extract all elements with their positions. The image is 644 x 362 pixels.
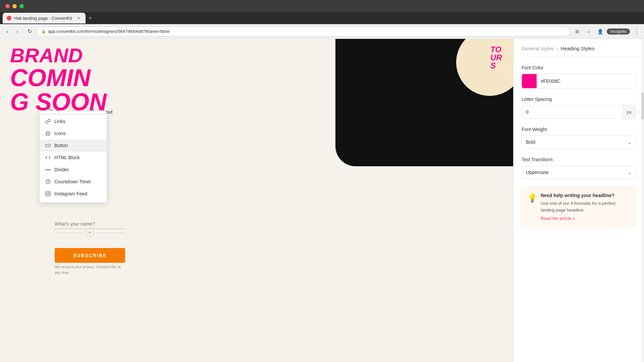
coming-soon-heading: BRAND COMIN G SOON bbox=[10, 46, 107, 114]
html-icon bbox=[45, 155, 51, 161]
help-desc: Use one of our 4 formulas for a perfect … bbox=[541, 200, 630, 213]
links-icon bbox=[45, 118, 51, 124]
font-weight-select[interactable]: Bold ⌄ bbox=[522, 135, 636, 149]
text-transform-chevron-icon: ⌄ bbox=[628, 170, 632, 175]
font-weight-label: Font Weight bbox=[522, 127, 636, 132]
icons-icon bbox=[45, 130, 51, 136]
incognito-badge[interactable]: Incognito bbox=[607, 28, 630, 35]
privacy-text: We respect your privacy. Unsubscribe at … bbox=[55, 264, 125, 275]
hero-image: TOURS bbox=[335, 39, 513, 166]
font-weight-chevron-icon: ⌄ bbox=[628, 139, 632, 145]
countdown-label: Countdown Timer bbox=[54, 179, 91, 184]
forward-btn[interactable]: › bbox=[13, 27, 22, 36]
dropdown-item-html[interactable]: HTML Block bbox=[40, 152, 107, 164]
add-field-btn[interactable]: + bbox=[86, 228, 94, 237]
menu-btn[interactable]: ⋮ bbox=[632, 27, 641, 36]
countdown-icon bbox=[45, 179, 51, 185]
svg-point-5 bbox=[47, 193, 49, 194]
url-text: app.convertkit.com/forms/designers/56474… bbox=[48, 29, 169, 34]
nav-bar: ‹ › ↻ 🔒 app.convertkit.com/forms/designe… bbox=[0, 24, 644, 39]
scrollbar-thumb[interactable] bbox=[642, 93, 644, 119]
instagram-label: Instagram Feed bbox=[54, 191, 87, 196]
brand-label: BRAND bbox=[10, 46, 107, 66]
instagram-icon bbox=[45, 191, 51, 197]
help-card: 💡 Need help writing your headline? Use o… bbox=[522, 187, 636, 227]
right-panel: General styles › Heading Styles Font Col… bbox=[513, 39, 644, 362]
dropdown-item-countdown[interactable]: Countdown Timer bbox=[40, 176, 107, 188]
help-title: Need help writing your headline? bbox=[541, 193, 630, 198]
breadcrumb-chevron-icon: › bbox=[556, 46, 558, 51]
dropdown-scroll-top bbox=[40, 114, 107, 115]
font-color-row[interactable]: #FE008C bbox=[522, 74, 636, 88]
tab-bar: Hall landing page - ConvertKit ✕ + bbox=[0, 12, 644, 24]
letter-spacing-input[interactable] bbox=[522, 106, 623, 118]
font-weight-value: Bold bbox=[526, 139, 535, 145]
letter-spacing-unit: px bbox=[623, 106, 636, 118]
color-value-text: #FE008C bbox=[537, 78, 636, 84]
window-controls[interactable] bbox=[5, 4, 24, 8]
dropdown-item-divider[interactable]: Divider bbox=[40, 164, 107, 176]
svg-point-6 bbox=[49, 192, 49, 193]
new-tab-btn[interactable]: + bbox=[86, 13, 95, 23]
font-color-label: Font Color bbox=[522, 65, 636, 70]
dropdown-item-button[interactable]: Button bbox=[40, 139, 107, 152]
tab-close-btn[interactable]: ✕ bbox=[76, 15, 82, 21]
letter-spacing-row: px bbox=[522, 105, 636, 119]
panel-body: Font Color #FE008C Letter Spacing px Fon… bbox=[514, 57, 644, 362]
name-input[interactable] bbox=[55, 219, 125, 229]
text-transform-label: Text Transform bbox=[522, 157, 636, 162]
divider-left bbox=[55, 233, 83, 233]
cast-icon[interactable]: ⊞ bbox=[573, 27, 582, 36]
help-link[interactable]: Read the article » bbox=[541, 216, 630, 221]
nav-actions: ⊞ ☆ 👤 Incognito ⋮ bbox=[573, 27, 641, 36]
font-color-section: Font Color #FE008C bbox=[522, 65, 636, 88]
lock-icon: 🔒 bbox=[41, 29, 46, 34]
landing-area: BRAND COMIN G SOON TOURS ✕ Sign up to be… bbox=[0, 39, 513, 362]
dropdown-item-links[interactable]: Links bbox=[40, 115, 107, 127]
nav-arrows: ‹ › bbox=[3, 27, 22, 36]
back-btn[interactable]: ‹ bbox=[3, 27, 12, 36]
reload-btn[interactable]: ↻ bbox=[25, 27, 34, 36]
minimize-window-btn[interactable] bbox=[12, 4, 17, 8]
tab-title: Hall landing page - ConvertKit bbox=[14, 16, 72, 21]
links-label: Links bbox=[54, 119, 65, 124]
active-tab[interactable]: Hall landing page - ConvertKit ✕ bbox=[3, 13, 86, 23]
letter-spacing-label: Letter Spacing bbox=[522, 97, 636, 102]
maximize-window-btn[interactable] bbox=[19, 4, 24, 8]
add-field-row: + bbox=[55, 228, 125, 237]
letter-spacing-section: Letter Spacing px bbox=[522, 97, 636, 119]
close-window-btn[interactable] bbox=[5, 4, 10, 8]
font-weight-section: Font Weight Bold ⌄ bbox=[522, 127, 636, 149]
dropdown-item-icons[interactable]: Icons bbox=[40, 127, 107, 139]
form-field-section bbox=[55, 213, 125, 229]
lightbulb-icon: 💡 bbox=[527, 193, 537, 203]
svg-rect-4 bbox=[46, 191, 50, 196]
scrollbar-track bbox=[641, 39, 644, 362]
icons-label: Icons bbox=[54, 131, 65, 136]
svg-marker-0 bbox=[46, 131, 50, 135]
html-label: HTML Block bbox=[54, 155, 80, 160]
text-transform-select[interactable]: Uppercase ⌄ bbox=[522, 166, 636, 179]
breadcrumb-heading-styles: Heading Styles bbox=[561, 46, 595, 51]
subscribe-btn[interactable]: SUBSCRIBE bbox=[55, 248, 125, 263]
pink-text-overlay: TOURS bbox=[490, 46, 511, 70]
help-card-content: Need help writing your headline? Use one… bbox=[541, 193, 630, 221]
breadcrumb-general-styles[interactable]: General styles bbox=[522, 46, 554, 51]
divider-label: Divider bbox=[54, 167, 69, 172]
profile-icon[interactable]: 👤 bbox=[595, 27, 605, 36]
tab-favicon-icon bbox=[7, 16, 11, 20]
coming-line1: COMIN bbox=[10, 66, 107, 90]
add-block-dropdown: Links Icons Button HTML Block bbox=[40, 111, 107, 202]
window-titlebar bbox=[0, 0, 644, 12]
divider-right bbox=[97, 233, 125, 233]
coming-soon-text: BRAND COMIN G SOON bbox=[0, 39, 117, 121]
color-swatch[interactable] bbox=[522, 74, 537, 88]
text-transform-value: Uppercase bbox=[526, 170, 549, 175]
dropdown-item-instagram[interactable]: Instagram Feed bbox=[40, 188, 107, 200]
divider-icon bbox=[45, 167, 51, 173]
button-icon bbox=[45, 142, 51, 148]
address-bar[interactable]: 🔒 app.convertkit.com/forms/designers/564… bbox=[37, 26, 570, 37]
main-content: BRAND COMIN G SOON TOURS ✕ Sign up to be… bbox=[0, 39, 644, 362]
svg-rect-1 bbox=[46, 144, 50, 147]
bookmark-icon[interactable]: ☆ bbox=[584, 27, 593, 36]
